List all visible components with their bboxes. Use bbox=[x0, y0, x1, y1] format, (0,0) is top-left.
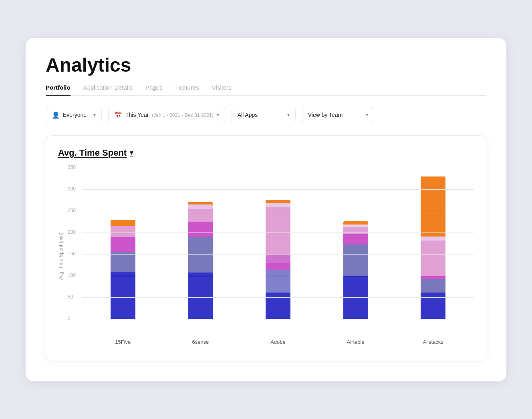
tab-bar: Portfolio Application Details Pages Feat… bbox=[46, 84, 486, 96]
everyone-filter[interactable]: 👤 Everyone ▾ bbox=[46, 107, 102, 123]
page-title: Analytics bbox=[46, 54, 486, 76]
y-label-350: 350 bbox=[68, 164, 76, 170]
tab-application-details[interactable]: Application Details bbox=[83, 84, 133, 96]
date-label-main: This Year bbox=[125, 112, 149, 118]
chart-card: Avg. Time Spent ▾ Avg. Time Spent (min) … bbox=[46, 135, 486, 361]
chart-inner: 350 300 250 200 150 bbox=[66, 168, 474, 345]
tab-features[interactable]: Features bbox=[175, 84, 199, 96]
chart-title-text: Avg. Time Spent bbox=[58, 148, 127, 158]
tab-portfolio[interactable]: Portfolio bbox=[46, 84, 71, 96]
y-label-200: 200 bbox=[68, 229, 76, 235]
filter-bar: 👤 Everyone ▾ 📅 This Year (Jan 1 - 2021 -… bbox=[46, 107, 486, 123]
date-filter[interactable]: 📅 This Year (Jan 1 - 2021 - Dec 31 2021)… bbox=[108, 107, 225, 123]
team-label: View by Team bbox=[308, 112, 343, 118]
y-label-0: 0 bbox=[68, 316, 71, 321]
chart-chevron-icon[interactable]: ▾ bbox=[130, 149, 133, 156]
y-label-150: 150 bbox=[68, 251, 76, 257]
y-axis-label: Avg. Time Spent (min) bbox=[58, 233, 64, 280]
y-label-100: 100 bbox=[68, 273, 76, 278]
apps-label: All Apps bbox=[238, 112, 258, 118]
chart-area: Avg. Time Spent (min) 350 300 250 bbox=[58, 168, 474, 345]
main-card: Analytics Portfolio Application Details … bbox=[26, 38, 506, 381]
apps-filter[interactable]: All Apps ▾ bbox=[232, 107, 296, 123]
tab-pages[interactable]: Pages bbox=[145, 84, 163, 96]
tab-visitors[interactable]: Visitors bbox=[212, 84, 232, 96]
y-label-50: 50 bbox=[68, 294, 73, 300]
chevron-down-icon: ▾ bbox=[93, 112, 96, 118]
team-filter[interactable]: View by Team ▾ bbox=[302, 107, 374, 123]
date-sublabel: (Jan 1 - 2021 - Dec 31 2021) bbox=[152, 112, 213, 118]
x-label-allstacks: Allstacks bbox=[396, 339, 470, 345]
chart-title: Avg. Time Spent ▾ bbox=[58, 148, 474, 158]
calendar-icon: 📅 bbox=[114, 111, 122, 119]
chevron-down-icon-apps: ▾ bbox=[287, 112, 290, 118]
y-label-250: 250 bbox=[68, 208, 76, 213]
x-label-airtable: Airtable bbox=[319, 339, 393, 345]
x-label-15five: 15Five bbox=[86, 339, 160, 345]
x-label-adobe: Adobe bbox=[241, 339, 315, 345]
chevron-down-icon-team: ▾ bbox=[366, 112, 368, 118]
chevron-down-icon-date: ▾ bbox=[217, 112, 219, 118]
date-label: This Year (Jan 1 - 2021 - Dec 31 2021) bbox=[125, 112, 214, 118]
everyone-label: Everyone bbox=[63, 112, 87, 118]
y-label-300: 300 bbox=[68, 186, 76, 192]
person-icon: 👤 bbox=[52, 111, 60, 119]
x-label-6sense: 6sense bbox=[164, 339, 238, 345]
